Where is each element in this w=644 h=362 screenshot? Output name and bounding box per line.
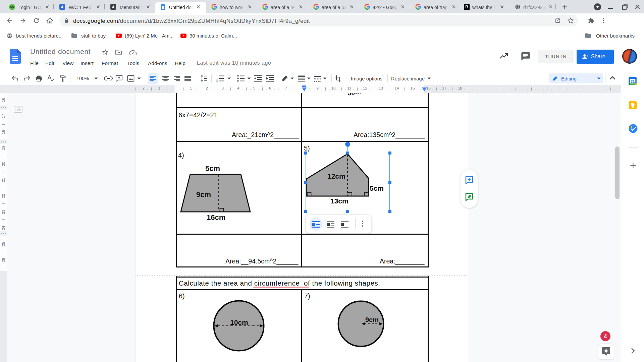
svg-text:16cm: 16cm bbox=[207, 213, 225, 222]
svg-text:9cm: 9cm bbox=[365, 316, 379, 323]
svg-text:31: 31 bbox=[631, 79, 635, 83]
svg-text:9cm: 9cm bbox=[196, 190, 211, 199]
svg-text:10cm: 10cm bbox=[230, 318, 248, 326]
svg-text:5cm: 5cm bbox=[205, 164, 220, 173]
